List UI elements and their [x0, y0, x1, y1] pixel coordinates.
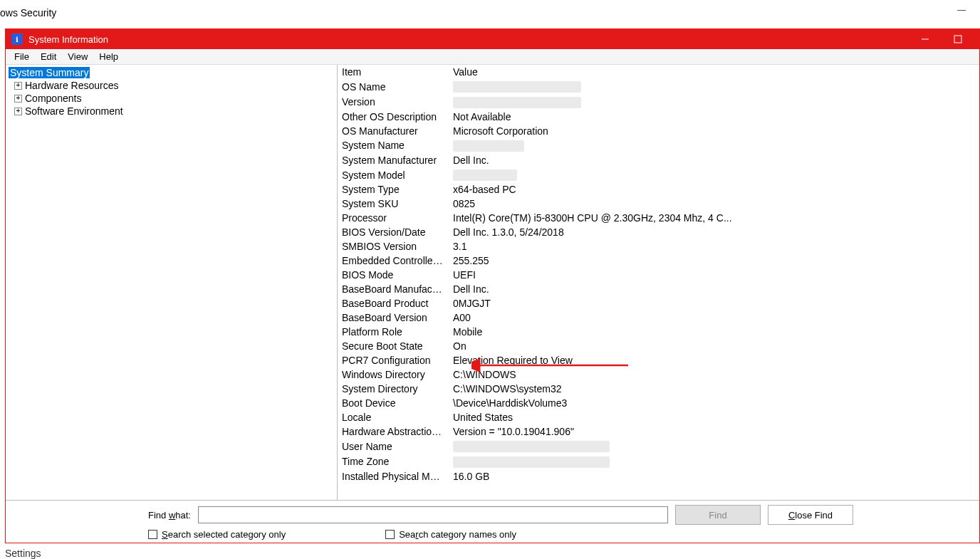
item-cell: Installed Physical Mem... — [338, 469, 449, 484]
find-what-label: Find what: — [148, 510, 191, 521]
value-cell: 3.1 — [449, 239, 979, 254]
table-row[interactable]: SMBIOS Version3.1 — [338, 239, 979, 254]
item-cell: OS Name — [338, 79, 449, 94]
item-cell: BIOS Version/Date — [338, 225, 449, 239]
item-cell: Embedded Controller V... — [338, 254, 449, 268]
tree-label: Components — [25, 93, 81, 104]
app-icon: ℹ — [11, 33, 23, 45]
tree-node[interactable]: +Software Environment — [9, 105, 334, 117]
svg-rect-1 — [954, 36, 961, 43]
expand-icon[interactable]: + — [14, 82, 22, 90]
table-row[interactable]: Hardware Abstraction L...Version = "10.0… — [338, 424, 979, 439]
table-row[interactable]: Installed Physical Mem...16.0 GB — [338, 469, 979, 484]
value-cell: 0MJGJT — [449, 296, 979, 310]
header-item[interactable]: Item — [338, 65, 449, 79]
table-row[interactable]: OS Name — [338, 79, 979, 94]
value-cell: Dell Inc. — [449, 282, 979, 296]
table-row[interactable]: Secure Boot StateOn — [338, 339, 979, 353]
table-row[interactable]: ProcessorIntel(R) Core(TM) i5-8300H CPU … — [338, 211, 979, 225]
value-cell: Version = "10.0.19041.906" — [449, 424, 979, 439]
menu-file[interactable]: File — [9, 50, 35, 63]
item-cell: System Manufacturer — [338, 153, 449, 167]
table-row[interactable]: PCR7 ConfigurationElevation Required to … — [338, 353, 979, 367]
tree-node[interactable]: +Components — [9, 92, 334, 105]
search-category-names-checkbox[interactable]: Search category names only — [385, 529, 516, 540]
table-row[interactable]: Version — [338, 94, 979, 109]
menubar: File Edit View Help — [6, 49, 979, 65]
close-find-button[interactable]: Close Find — [768, 505, 853, 525]
find-button[interactable]: Find — [675, 505, 761, 525]
table-row[interactable]: System ManufacturerDell Inc. — [338, 153, 979, 167]
table-row[interactable]: Platform RoleMobile — [338, 325, 979, 339]
search-selected-category-checkbox[interactable]: Search selected category only — [148, 529, 286, 540]
redacted-value — [453, 169, 517, 181]
item-cell: Boot Device — [338, 396, 449, 410]
menu-help[interactable]: Help — [93, 50, 124, 63]
category-tree[interactable]: System Summary +Hardware Resources+Compo… — [6, 65, 338, 500]
tree-label: System Summary — [9, 67, 90, 78]
value-cell: Dell Inc. 1.3.0, 5/24/2018 — [449, 225, 979, 239]
table-row[interactable]: BIOS Version/DateDell Inc. 1.3.0, 5/24/2… — [338, 225, 979, 239]
minimize-button[interactable] — [909, 29, 941, 49]
find-what-input[interactable] — [198, 506, 668, 523]
maximize-icon — [954, 35, 962, 43]
item-cell: Version — [338, 94, 449, 109]
header-value[interactable]: Value — [449, 65, 979, 79]
menu-view[interactable]: View — [62, 50, 93, 63]
value-cell: On — [449, 339, 979, 353]
value-cell: C:\WINDOWS\system32 — [449, 382, 979, 396]
menu-edit[interactable]: Edit — [35, 50, 62, 63]
item-cell: Hardware Abstraction L... — [338, 424, 449, 439]
table-row[interactable]: BIOS ModeUEFI — [338, 268, 979, 282]
details-pane[interactable]: Item Value OS NameVersionOther OS Descri… — [338, 65, 979, 500]
tree-node[interactable]: +Hardware Resources — [9, 79, 334, 92]
value-cell: Dell Inc. — [449, 153, 979, 167]
item-cell: System Name — [338, 138, 449, 153]
table-row[interactable]: Other OS DescriptionNot Available — [338, 110, 979, 124]
table-row[interactable]: System Model — [338, 167, 979, 182]
table-row[interactable]: System Typex64-based PC — [338, 182, 979, 197]
redacted-value — [453, 97, 581, 108]
table-row[interactable]: System SKU0825 — [338, 197, 979, 211]
tree-root-system-summary[interactable]: System Summary — [9, 66, 334, 79]
value-cell: Elevation Required to View — [449, 353, 979, 367]
titlebar[interactable]: ℹ System Information — [6, 29, 979, 49]
table-row[interactable]: User Name — [338, 439, 979, 454]
table-row[interactable]: BaseBoard ManufacturerDell Inc. — [338, 282, 979, 296]
table-row[interactable]: Boot Device\Device\HarddiskVolume3 — [338, 396, 979, 410]
expand-icon[interactable]: + — [14, 95, 22, 103]
value-cell: 255.255 — [449, 254, 979, 268]
value-cell — [449, 79, 979, 94]
find-bar: Find what: Find Close Find Search select… — [6, 500, 979, 543]
value-cell — [449, 94, 979, 109]
maximize-button[interactable] — [942, 29, 974, 49]
checkbox-icon — [385, 530, 395, 539]
table-row[interactable]: System DirectoryC:\WINDOWS\system32 — [338, 382, 979, 396]
item-cell: BIOS Mode — [338, 268, 449, 282]
table-row[interactable]: Windows DirectoryC:\WINDOWS — [338, 367, 979, 382]
table-row[interactable]: BaseBoard VersionA00 — [338, 310, 979, 325]
table-row[interactable]: OS ManufacturerMicrosoft Corporation — [338, 124, 979, 138]
table-row[interactable]: LocaleUnited States — [338, 410, 979, 424]
value-cell: x64-based PC — [449, 182, 979, 197]
item-cell: Secure Boot State — [338, 339, 449, 353]
table-row[interactable]: Embedded Controller V...255.255 — [338, 254, 979, 268]
value-cell: UEFI — [449, 268, 979, 282]
table-row[interactable]: Time Zone — [338, 454, 979, 469]
item-cell: BaseBoard Manufacturer — [338, 282, 449, 296]
item-cell: Locale — [338, 410, 449, 424]
item-cell: Other OS Description — [338, 110, 449, 124]
item-cell: OS Manufacturer — [338, 124, 449, 138]
details-table: Item Value OS NameVersionOther OS Descri… — [338, 65, 979, 484]
tree-label: Software Environment — [25, 105, 123, 117]
table-row[interactable]: BaseBoard Product0MJGJT — [338, 296, 979, 310]
tree-label: Hardware Resources — [25, 80, 119, 91]
value-cell — [449, 167, 979, 182]
expand-icon[interactable]: + — [14, 108, 22, 115]
value-cell: United States — [449, 410, 979, 424]
value-cell — [449, 439, 979, 454]
table-row[interactable]: System Name — [338, 138, 979, 153]
value-cell: Not Available — [449, 110, 979, 124]
window-title: System Information — [28, 34, 909, 45]
item-cell: Windows Directory — [338, 367, 449, 382]
